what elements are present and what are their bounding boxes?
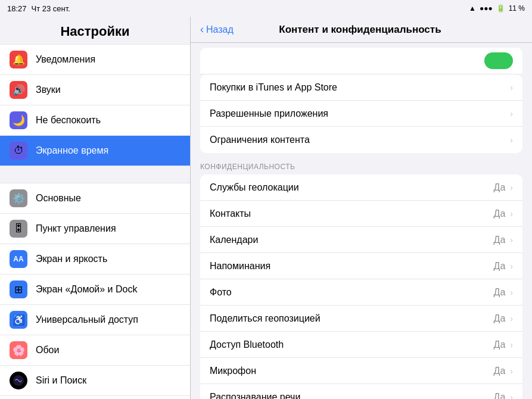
wifi-icon: ▲	[469, 4, 476, 13]
row-label: Распознавание речи	[210, 392, 494, 399]
wallpaper-icon: 🌸	[10, 341, 27, 359]
sidebar-item-apple-pencil[interactable]: Apple Pencil	[0, 396, 190, 399]
chevron-icon: ›	[510, 183, 513, 192]
settings-row-itunes[interactable]: Покупки в iTunes и App Store ›	[200, 74, 522, 101]
sounds-icon: 🔊	[10, 81, 27, 99]
chevron-icon: ›	[510, 288, 513, 297]
settings-row-location[interactable]: Службы геолокации Да ›	[200, 174, 522, 201]
row-label: Ограничения контента	[210, 135, 510, 145]
sidebar-item-label: Экранное время	[36, 145, 108, 156]
sidebar-item-general[interactable]: ⚙️ Основные	[0, 183, 190, 214]
back-chevron-icon: ‹	[200, 23, 204, 36]
chevron-icon: ›	[510, 261, 513, 271]
sidebar-group-2: ⚙️ Основные 🎛 Пункт управления AA Экран …	[0, 183, 190, 399]
sidebar-item-wallpaper[interactable]: 🌸 Обои	[0, 335, 190, 366]
row-label: Фото	[210, 287, 494, 298]
time: 18:27	[7, 4, 27, 13]
screen-time-icon: ⏱	[10, 142, 27, 160]
sidebar-item-label: Обои	[36, 345, 59, 356]
row-label: Контакты	[210, 208, 494, 219]
row-value: Да	[494, 261, 506, 272]
sidebar-item-do-not-disturb[interactable]: 🌙 Не беспокоить	[0, 105, 190, 136]
chevron-icon: ›	[510, 209, 513, 219]
row-label: Календари	[210, 235, 494, 245]
settings-row-bluetooth[interactable]: Доступ Bluetooth Да ›	[200, 332, 522, 358]
row-value: Да	[494, 235, 506, 245]
sidebar-item-label: Не беспокоить	[36, 115, 101, 126]
settings-row-reminders[interactable]: Напоминания Да ›	[200, 253, 522, 279]
sidebar-group-1: 🔔 Уведомления 🔊 Звуки 🌙 Не беспокоить ⏱ …	[0, 44, 190, 166]
main-layout: Настройки 🔔 Уведомления 🔊 Звуки 🌙 Не бес…	[0, 17, 532, 399]
top-partial-row	[200, 48, 522, 74]
privacy-card: Службы геолокации Да › Контакты Да › Кал…	[200, 174, 522, 399]
nav-bar: ‹ Назад Контент и конфиденциальность	[191, 17, 532, 43]
section-header-privacy: КОНФИДЕНЦИАЛЬНОСТЬ	[191, 160, 532, 174]
settings-row-speech-recognition[interactable]: Распознавание речи Да ›	[200, 384, 522, 399]
sidebar-item-home-screen[interactable]: ⊞ Экран «Домой» и Dock	[0, 275, 190, 305]
settings-row-content-restrictions[interactable]: Ограничения контента ›	[200, 127, 522, 153]
do-not-disturb-icon: 🌙	[10, 111, 27, 129]
sidebar-item-sounds[interactable]: 🔊 Звуки	[0, 75, 190, 105]
section-privacy: КОНФИДЕНЦИАЛЬНОСТЬ Службы геолокации Да …	[200, 160, 522, 399]
sidebar-item-notifications[interactable]: 🔔 Уведомления	[0, 44, 190, 75]
general-icon: ⚙️	[10, 189, 27, 207]
home-screen-icon: ⊞	[10, 280, 27, 298]
toggle-on[interactable]	[484, 52, 513, 69]
sidebar-item-control-center[interactable]: 🎛 Пункт управления	[0, 214, 190, 244]
sidebar: Настройки 🔔 Уведомления 🔊 Звуки 🌙 Не бес…	[0, 17, 191, 399]
sidebar-item-label: Основные	[36, 193, 81, 204]
right-panel: ‹ Назад Контент и конфиденциальность Пок…	[191, 17, 532, 399]
purchases-card: Покупки в iTunes и App Store › Разрешенн…	[200, 74, 522, 153]
nav-back-label: Назад	[206, 24, 234, 35]
sidebar-item-siri[interactable]: Siri и Поиск	[0, 366, 190, 396]
sidebar-item-label: Экран и яркость	[36, 254, 107, 264]
row-value: Да	[494, 182, 506, 193]
sidebar-item-label: Экран «Домой» и Dock	[36, 284, 137, 295]
display-icon: AA	[10, 250, 27, 268]
row-value: Да	[494, 366, 506, 376]
row-label: Службы геолокации	[210, 182, 494, 193]
row-label: Поделиться геопозицией	[210, 313, 494, 324]
sidebar-item-label: Уведомления	[36, 54, 95, 65]
row-value: Да	[494, 339, 506, 350]
row-label: Доступ Bluetooth	[210, 339, 494, 350]
settings-row-microphone[interactable]: Микрофон Да ›	[200, 358, 522, 384]
chevron-icon: ›	[510, 135, 513, 145]
chevron-icon: ›	[510, 366, 513, 376]
row-value: Да	[494, 287, 506, 298]
sidebar-item-label: Пункт управления	[36, 223, 116, 234]
sidebar-spacer	[0, 166, 190, 183]
status-bar: 18:27 Чт 23 сент. ▲ ●●● 🔋 11 %	[0, 0, 532, 17]
status-bar-right: ▲ ●●● 🔋 11 %	[469, 4, 525, 13]
chevron-icon: ›	[510, 235, 513, 245]
notifications-icon: 🔔	[10, 51, 27, 68]
settings-row-photos[interactable]: Фото Да ›	[200, 279, 522, 306]
row-value: Да	[494, 392, 506, 399]
chevron-icon: ›	[510, 109, 513, 119]
section-purchases: Покупки в iTunes и App Store › Разрешенн…	[200, 74, 522, 153]
control-center-icon: 🎛	[10, 220, 27, 238]
settings-row-allowed-apps[interactable]: Разрешенные приложения ›	[200, 101, 522, 127]
accessibility-icon: ♿	[10, 311, 27, 329]
row-value: Да	[494, 208, 506, 219]
chevron-icon: ›	[510, 83, 513, 92]
date: Чт 23 сент.	[32, 4, 70, 13]
chevron-icon: ›	[510, 392, 513, 399]
settings-row-calendars[interactable]: Календари Да ›	[200, 227, 522, 253]
nav-title: Контент и конфиденциальность	[234, 24, 487, 36]
settings-row-contacts[interactable]: Контакты Да ›	[200, 201, 522, 227]
chevron-icon: ›	[510, 314, 513, 323]
battery-level: 11 %	[509, 4, 525, 13]
chevron-icon: ›	[510, 340, 513, 350]
row-label: Напоминания	[210, 261, 494, 272]
battery-indicator: 🔋	[496, 4, 505, 13]
sidebar-item-label: Универсальный доступ	[36, 314, 138, 325]
sidebar-item-screen-time[interactable]: ⏱ Экранное время	[0, 136, 190, 166]
status-bar-left: 18:27 Чт 23 сент.	[7, 4, 70, 13]
nav-back-button[interactable]: ‹ Назад	[200, 23, 234, 36]
settings-row-share-location[interactable]: Поделиться геопозицией Да ›	[200, 306, 522, 332]
sidebar-item-accessibility[interactable]: ♿ Универсальный доступ	[0, 305, 190, 335]
sidebar-title: Настройки	[0, 17, 190, 44]
sidebar-item-display[interactable]: AA Экран и яркость	[0, 244, 190, 275]
row-label: Разрешенные приложения	[210, 108, 510, 119]
